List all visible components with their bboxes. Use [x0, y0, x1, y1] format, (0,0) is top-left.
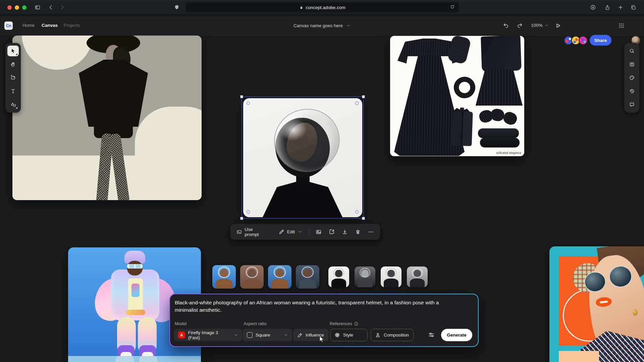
present-play-icon[interactable]: [554, 22, 561, 29]
canvas-image-collage[interactable]: [549, 246, 644, 362]
refresh-icon[interactable]: [450, 4, 455, 9]
generation-thumbnail[interactable]: [407, 266, 428, 287]
chevron-down-icon: [298, 230, 302, 234]
generation-thumbnail[interactable]: [328, 266, 349, 287]
selection-handle-se[interactable]: [362, 217, 365, 220]
apps-grid-icon[interactable]: [619, 23, 624, 28]
sidebar-toggle-icon[interactable]: [35, 4, 41, 10]
shape-tool[interactable]: [7, 99, 19, 110]
download-icon[interactable]: [342, 229, 348, 235]
flatlay-roll: [478, 128, 519, 138]
flatlay-sock: [490, 108, 505, 122]
palette-icon[interactable]: [626, 72, 638, 83]
references-label: References: [330, 321, 359, 326]
share-button[interactable]: Share: [590, 35, 611, 46]
canvas-image-flatlay[interactable]: soficated elegance: [390, 36, 524, 156]
nav-canvas[interactable]: Canvas: [42, 23, 58, 28]
nav-projects[interactable]: Projects: [64, 23, 80, 28]
selection-handle-nw[interactable]: [240, 95, 243, 98]
search-icon[interactable]: [626, 46, 638, 56]
corner-radius-handle-ne[interactable]: [355, 102, 359, 105]
generation-thumbnail[interactable]: [296, 265, 319, 289]
generation-thumbnail[interactable]: [355, 266, 375, 287]
app-header: Cn Home Canvas Projects Canvas name goes…: [0, 15, 644, 36]
back-icon[interactable]: [48, 4, 54, 10]
chevron-down-icon: [234, 333, 238, 337]
new-tab-icon[interactable]: [618, 4, 624, 10]
frame-tool[interactable]: [7, 72, 19, 83]
traffic-light-minimize[interactable]: [15, 5, 19, 10]
traffic-light-maximize[interactable]: [22, 5, 26, 10]
thumb-figure-helmet: [386, 268, 396, 278]
style-label: Style: [343, 333, 353, 338]
address-bar[interactable]: concept.adobe.com: [185, 2, 459, 12]
corner-radius-handle-nw[interactable]: [247, 102, 250, 105]
more-icon[interactable]: [368, 229, 374, 235]
shield-icon[interactable]: [174, 4, 180, 10]
share-sheet-icon[interactable]: [604, 4, 610, 10]
selection-bounding-box[interactable]: [241, 97, 364, 219]
canvas-name-menu[interactable]: Canvas name goes here: [288, 15, 356, 36]
style-reference-button[interactable]: Style: [330, 329, 368, 341]
use-prompt-button[interactable]: Use prompt: [236, 227, 266, 237]
prompt-input[interactable]: Black-and-white photography of an Africa…: [175, 299, 460, 314]
person-icon: [375, 332, 381, 338]
generate-button[interactable]: Generate: [441, 329, 472, 341]
figure-sunglasses: [127, 264, 143, 268]
comment-icon[interactable]: [626, 99, 638, 110]
canvas-image-fashion-editorial[interactable]: [12, 36, 202, 200]
aspect-ratio-select[interactable]: Square: [243, 329, 292, 341]
url-text: concept.adobe.com: [306, 5, 345, 10]
app-logo[interactable]: Cn: [4, 21, 13, 30]
generation-thumbnail[interactable]: [240, 265, 264, 289]
thumb-figure-helmet: [360, 268, 370, 278]
style-venn-icon: [334, 332, 340, 338]
text-tool[interactable]: [7, 86, 19, 97]
select-tool[interactable]: [7, 46, 19, 56]
model-label: Model: [175, 321, 186, 326]
traffic-light-close[interactable]: [7, 5, 12, 10]
nav-home[interactable]: Home: [22, 23, 35, 28]
flatlay-mitten: [447, 36, 471, 65]
figure-shirt-print: [131, 284, 140, 297]
thumb-figure-body: [299, 279, 316, 289]
selection-action-bar: Use prompt Edit: [230, 224, 380, 240]
corner-radius-handle-se[interactable]: [355, 210, 359, 214]
prompt-terminal-icon: [236, 229, 242, 235]
info-icon[interactable]: [354, 321, 359, 326]
aspect-value: Square: [256, 333, 270, 338]
hand-tool[interactable]: [7, 59, 19, 70]
undo-icon[interactable]: [502, 22, 509, 29]
export-icon[interactable]: [626, 59, 638, 70]
generation-thumbnail[interactable]: [212, 265, 236, 289]
generation-thumbnail[interactable]: [268, 265, 291, 289]
collaborator-avatar[interactable]: [579, 36, 588, 45]
zoom-level-control[interactable]: 100%: [531, 23, 549, 28]
flatlay-roll: [480, 138, 520, 147]
chevron-down-icon: [346, 23, 351, 28]
image-icon[interactable]: [316, 229, 322, 235]
edit-button[interactable]: Edit: [278, 229, 302, 235]
model-select[interactable]: A Firefly Image 3 (Fast): [174, 329, 242, 341]
tabs-overview-icon[interactable]: [630, 4, 636, 10]
redo-icon[interactable]: [517, 22, 523, 29]
composition-label: Composition: [384, 333, 409, 338]
selection-handle-ne[interactable]: [362, 95, 365, 98]
pencil-icon: [278, 229, 284, 235]
corner-radius-handle-sw[interactable]: [247, 210, 250, 214]
zoom-level: 100%: [531, 23, 543, 28]
advanced-settings-icon[interactable]: [428, 331, 435, 339]
trash-icon[interactable]: [355, 229, 361, 235]
generation-thumbnail[interactable]: [381, 266, 401, 287]
thumb-figure-body: [358, 279, 373, 287]
forward-icon[interactable]: [59, 4, 65, 10]
expand-icon[interactable]: [329, 229, 335, 235]
generation-thumbnails-color: [212, 265, 319, 289]
composition-reference-button[interactable]: Composition: [371, 329, 414, 341]
downloads-icon[interactable]: [590, 4, 596, 10]
thumb-figure-body: [384, 279, 399, 287]
history-icon[interactable]: [626, 86, 638, 97]
collage-peach-strip: [559, 351, 599, 362]
thumb-figure-helmet: [218, 266, 230, 278]
selection-handle-sw[interactable]: [240, 217, 243, 220]
